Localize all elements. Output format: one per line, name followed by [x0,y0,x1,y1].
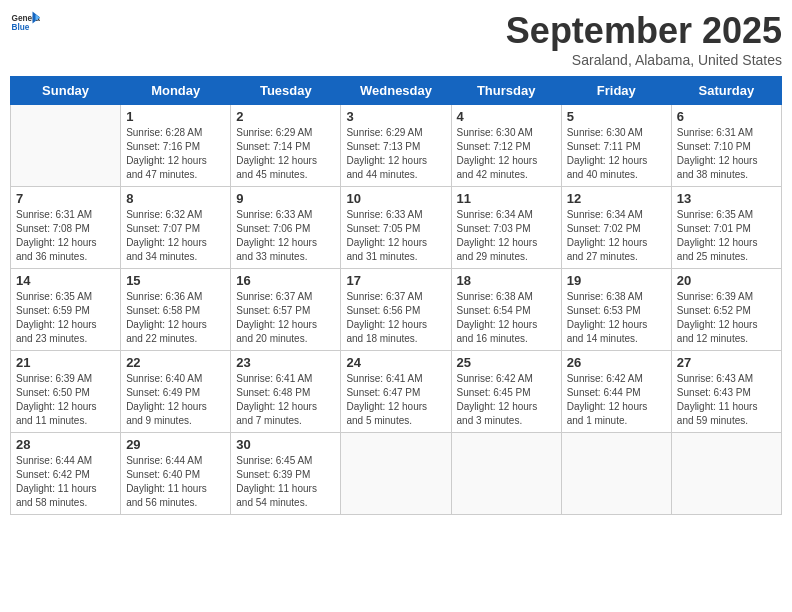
day-info: Sunrise: 6:35 AM Sunset: 6:59 PM Dayligh… [16,290,115,346]
title-area: September 2025 Saraland, Alabama, United… [506,10,782,68]
day-number: 17 [346,273,445,288]
calendar-cell: 27Sunrise: 6:43 AM Sunset: 6:43 PM Dayli… [671,351,781,433]
calendar-cell: 30Sunrise: 6:45 AM Sunset: 6:39 PM Dayli… [231,433,341,515]
day-number: 22 [126,355,225,370]
day-info: Sunrise: 6:30 AM Sunset: 7:12 PM Dayligh… [457,126,556,182]
day-info: Sunrise: 6:38 AM Sunset: 6:53 PM Dayligh… [567,290,666,346]
day-number: 8 [126,191,225,206]
calendar-cell: 4Sunrise: 6:30 AM Sunset: 7:12 PM Daylig… [451,105,561,187]
location-title: Saraland, Alabama, United States [506,52,782,68]
calendar-cell: 25Sunrise: 6:42 AM Sunset: 6:45 PM Dayli… [451,351,561,433]
day-info: Sunrise: 6:30 AM Sunset: 7:11 PM Dayligh… [567,126,666,182]
day-number: 4 [457,109,556,124]
logo: General Blue [10,10,40,34]
weekday-header-cell: Wednesday [341,77,451,105]
day-info: Sunrise: 6:31 AM Sunset: 7:08 PM Dayligh… [16,208,115,264]
calendar-week-row: 7Sunrise: 6:31 AM Sunset: 7:08 PM Daylig… [11,187,782,269]
day-info: Sunrise: 6:41 AM Sunset: 6:48 PM Dayligh… [236,372,335,428]
day-info: Sunrise: 6:29 AM Sunset: 7:14 PM Dayligh… [236,126,335,182]
day-number: 14 [16,273,115,288]
day-number: 6 [677,109,776,124]
day-info: Sunrise: 6:38 AM Sunset: 6:54 PM Dayligh… [457,290,556,346]
day-number: 3 [346,109,445,124]
day-number: 30 [236,437,335,452]
calendar-week-row: 14Sunrise: 6:35 AM Sunset: 6:59 PM Dayli… [11,269,782,351]
day-number: 13 [677,191,776,206]
calendar-cell: 21Sunrise: 6:39 AM Sunset: 6:50 PM Dayli… [11,351,121,433]
day-number: 26 [567,355,666,370]
day-number: 21 [16,355,115,370]
calendar-cell: 1Sunrise: 6:28 AM Sunset: 7:16 PM Daylig… [121,105,231,187]
calendar-cell: 29Sunrise: 6:44 AM Sunset: 6:40 PM Dayli… [121,433,231,515]
month-title: September 2025 [506,10,782,52]
calendar-cell: 24Sunrise: 6:41 AM Sunset: 6:47 PM Dayli… [341,351,451,433]
day-info: Sunrise: 6:40 AM Sunset: 6:49 PM Dayligh… [126,372,225,428]
calendar-cell: 17Sunrise: 6:37 AM Sunset: 6:56 PM Dayli… [341,269,451,351]
calendar-cell: 10Sunrise: 6:33 AM Sunset: 7:05 PM Dayli… [341,187,451,269]
calendar-cell: 20Sunrise: 6:39 AM Sunset: 6:52 PM Dayli… [671,269,781,351]
calendar-cell: 23Sunrise: 6:41 AM Sunset: 6:48 PM Dayli… [231,351,341,433]
weekday-header-row: SundayMondayTuesdayWednesdayThursdayFrid… [11,77,782,105]
day-number: 25 [457,355,556,370]
header: General Blue September 2025 Saraland, Al… [10,10,782,68]
day-info: Sunrise: 6:29 AM Sunset: 7:13 PM Dayligh… [346,126,445,182]
weekday-header-cell: Sunday [11,77,121,105]
calendar-table: SundayMondayTuesdayWednesdayThursdayFrid… [10,76,782,515]
calendar-cell [341,433,451,515]
calendar-cell [671,433,781,515]
calendar-cell: 22Sunrise: 6:40 AM Sunset: 6:49 PM Dayli… [121,351,231,433]
calendar-cell: 18Sunrise: 6:38 AM Sunset: 6:54 PM Dayli… [451,269,561,351]
calendar-cell: 2Sunrise: 6:29 AM Sunset: 7:14 PM Daylig… [231,105,341,187]
day-info: Sunrise: 6:44 AM Sunset: 6:42 PM Dayligh… [16,454,115,510]
calendar-cell: 9Sunrise: 6:33 AM Sunset: 7:06 PM Daylig… [231,187,341,269]
calendar-cell: 12Sunrise: 6:34 AM Sunset: 7:02 PM Dayli… [561,187,671,269]
day-number: 15 [126,273,225,288]
calendar-cell: 16Sunrise: 6:37 AM Sunset: 6:57 PM Dayli… [231,269,341,351]
calendar-cell [11,105,121,187]
day-info: Sunrise: 6:37 AM Sunset: 6:56 PM Dayligh… [346,290,445,346]
day-info: Sunrise: 6:34 AM Sunset: 7:02 PM Dayligh… [567,208,666,264]
day-number: 23 [236,355,335,370]
day-info: Sunrise: 6:33 AM Sunset: 7:05 PM Dayligh… [346,208,445,264]
day-number: 20 [677,273,776,288]
day-info: Sunrise: 6:31 AM Sunset: 7:10 PM Dayligh… [677,126,776,182]
day-info: Sunrise: 6:42 AM Sunset: 6:44 PM Dayligh… [567,372,666,428]
day-number: 5 [567,109,666,124]
calendar-cell [451,433,561,515]
weekday-header-cell: Thursday [451,77,561,105]
day-number: 2 [236,109,335,124]
day-info: Sunrise: 6:35 AM Sunset: 7:01 PM Dayligh… [677,208,776,264]
calendar-cell: 19Sunrise: 6:38 AM Sunset: 6:53 PM Dayli… [561,269,671,351]
calendar-cell [561,433,671,515]
day-info: Sunrise: 6:37 AM Sunset: 6:57 PM Dayligh… [236,290,335,346]
weekday-header-cell: Monday [121,77,231,105]
day-number: 1 [126,109,225,124]
day-info: Sunrise: 6:34 AM Sunset: 7:03 PM Dayligh… [457,208,556,264]
day-number: 18 [457,273,556,288]
day-number: 11 [457,191,556,206]
day-info: Sunrise: 6:39 AM Sunset: 6:50 PM Dayligh… [16,372,115,428]
calendar-cell: 7Sunrise: 6:31 AM Sunset: 7:08 PM Daylig… [11,187,121,269]
weekday-header-cell: Tuesday [231,77,341,105]
calendar-cell: 28Sunrise: 6:44 AM Sunset: 6:42 PM Dayli… [11,433,121,515]
day-info: Sunrise: 6:45 AM Sunset: 6:39 PM Dayligh… [236,454,335,510]
day-info: Sunrise: 6:43 AM Sunset: 6:43 PM Dayligh… [677,372,776,428]
weekday-header-cell: Friday [561,77,671,105]
day-number: 12 [567,191,666,206]
day-info: Sunrise: 6:41 AM Sunset: 6:47 PM Dayligh… [346,372,445,428]
day-number: 16 [236,273,335,288]
day-number: 27 [677,355,776,370]
calendar-body: 1Sunrise: 6:28 AM Sunset: 7:16 PM Daylig… [11,105,782,515]
day-info: Sunrise: 6:39 AM Sunset: 6:52 PM Dayligh… [677,290,776,346]
day-number: 29 [126,437,225,452]
calendar-week-row: 28Sunrise: 6:44 AM Sunset: 6:42 PM Dayli… [11,433,782,515]
day-info: Sunrise: 6:28 AM Sunset: 7:16 PM Dayligh… [126,126,225,182]
day-info: Sunrise: 6:44 AM Sunset: 6:40 PM Dayligh… [126,454,225,510]
day-number: 19 [567,273,666,288]
weekday-header-cell: Saturday [671,77,781,105]
calendar-cell: 3Sunrise: 6:29 AM Sunset: 7:13 PM Daylig… [341,105,451,187]
calendar-cell: 13Sunrise: 6:35 AM Sunset: 7:01 PM Dayli… [671,187,781,269]
calendar-cell: 26Sunrise: 6:42 AM Sunset: 6:44 PM Dayli… [561,351,671,433]
calendar-cell: 11Sunrise: 6:34 AM Sunset: 7:03 PM Dayli… [451,187,561,269]
day-info: Sunrise: 6:36 AM Sunset: 6:58 PM Dayligh… [126,290,225,346]
